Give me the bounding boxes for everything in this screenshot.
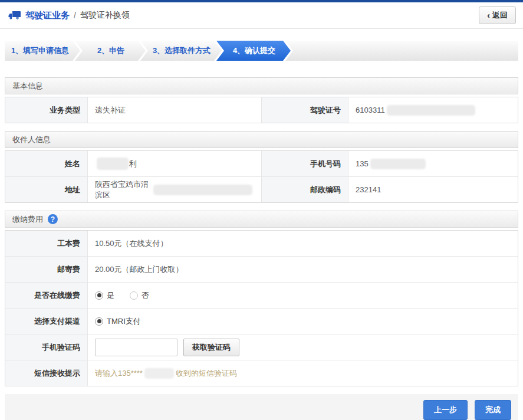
recipient-info-table: 姓名 利 手机号码 135 地址 陕西省宝鸡市渭滨区 [5,150,518,203]
table-row: 手机验证码 获取验证码 [5,334,518,360]
online-pay-no-label[interactable]: 否 [142,290,149,301]
basic-info-table: 业务类型 遗失补证 驾驶证号 6103311 [5,97,518,123]
production-cost-value: 10.50元（在线支付） [88,231,518,256]
truck-icon [8,11,21,20]
table-row: 是否在线缴费 是 否 [5,283,518,309]
step-bar-filler [285,41,518,61]
address-value: 陕西省宝鸡市渭滨区 [88,177,261,202]
section-recipient-info-header: 收件人信息 [5,131,518,148]
table-row: 短信接收提示 请输入135**** 收到的短信验证码 [5,360,518,386]
table-row: 工本费 10.50元（在线支付） [5,231,518,257]
help-icon[interactable]: ? [48,214,58,224]
back-button[interactable]: ‹ 返回 [479,6,516,24]
fees-table: 工本费 10.50元（在线支付） 邮寄费 20.00元（邮政上门收取） 是否在线… [5,230,518,386]
table-row: 业务类型 遗失补证 驾驶证号 6103311 [5,97,518,123]
license-number-label: 驾驶证号 [261,97,348,123]
section-fees: 缴纳费用 ? 工本费 10.50元（在线支付） 邮寄费 20.00元（邮政上门收… [5,211,518,386]
postage-fee-value: 20.00元（邮政上门收取） [88,257,518,282]
table-row: 邮寄费 20.00元（邮政上门收取） [5,257,518,283]
online-pay-options: 是 否 [88,283,518,308]
name-visible: 利 [129,159,137,169]
tab-step-1[interactable]: 1、填写申请信息 [5,41,80,61]
payment-channel-options: TMRI支付 [88,309,518,334]
tab-step-3[interactable]: 3、选择取件方式 [140,41,222,61]
table-row: 姓名 利 手机号码 135 [5,151,518,177]
tab-step-3-label: 3、选择取件方式 [153,45,210,56]
zip-code-label: 邮政编码 [261,177,348,202]
breadcrumb-current: 驾驶证补换领 [80,10,130,21]
section-recipient-info-title: 收件人信息 [12,134,51,145]
table-row: 选择支付渠道 TMRI支付 [5,309,518,334]
postage-fee-label: 邮寄费 [5,257,88,282]
get-code-button[interactable]: 获取验证码 [183,339,239,356]
footer-bar: 上一步 完成 [5,394,518,420]
finish-button[interactable]: 完成 [475,400,511,420]
business-type-value: 遗失补证 [88,97,261,123]
sms-code-label: 手机验证码 [5,334,88,360]
payment-channel-label: 选择支付渠道 [5,309,88,334]
section-basic-info-title: 基本信息 [12,81,43,91]
tmri-pay-radio[interactable] [95,317,103,326]
sms-code-controls: 获取验证码 [88,334,518,360]
sms-hint-value: 请输入135**** 收到的短信验证码 [88,360,518,386]
license-number-value: 6103311 [348,97,518,123]
phone-visible: 135 [356,159,369,168]
section-fees-header: 缴纳费用 ? [5,211,518,228]
phone-value: 135 [348,151,518,176]
address-label: 地址 [5,177,88,202]
tab-step-1-label: 1、填写申请信息 [11,45,69,56]
sms-hint-suffix: 收到的短信验证码 [176,368,237,379]
online-pay-question-label: 是否在线缴费 [5,283,88,308]
sms-hint-redaction [144,368,174,379]
step-tabs: 1、填写申请信息 2、申告 3、选择取件方式 4、确认提交 [5,41,518,61]
section-basic-info-header: 基本信息 [5,77,518,94]
sms-hint-label: 短信接收提示 [5,360,88,386]
name-label: 姓名 [5,151,88,176]
tab-step-2[interactable]: 2、申告 [75,41,146,61]
header: 驾驶证业务 / 驾驶证补换领 ‹ 返回 [0,2,523,29]
address-redaction [153,185,252,195]
phone-redaction [370,159,426,169]
page: 驾驶证业务 / 驾驶证补换领 ‹ 返回 1、填写申请信息 2、申告 3、选择取件… [0,0,523,420]
zip-code-value: 232141 [348,177,518,202]
back-chevron-icon: ‹ [487,11,490,19]
license-number-redaction [387,105,475,116]
sms-code-input[interactable] [95,339,177,356]
tab-step-4-active[interactable]: 4、确认提交 [216,41,291,61]
breadcrumb-separator: / [74,11,76,20]
sms-hint-prefix: 请输入135**** [95,368,143,379]
form-content: 基本信息 业务类型 遗失补证 驾驶证号 6103311 收件人信息 [5,77,518,386]
prev-step-button[interactable]: 上一步 [423,400,468,420]
name-redaction [97,158,129,170]
business-type-label: 业务类型 [5,97,88,123]
phone-label: 手机号码 [261,151,348,176]
license-number-visible: 6103311 [356,106,385,114]
online-pay-yes-label[interactable]: 是 [107,290,114,301]
section-recipient-info: 收件人信息 姓名 利 手机号码 135 地址 [5,131,518,203]
back-button-label: 返回 [492,10,508,21]
breadcrumb: 驾驶证业务 / 驾驶证补换领 [8,10,130,21]
section-fees-title: 缴纳费用 [12,214,43,225]
section-basic-info: 基本信息 业务类型 遗失补证 驾驶证号 6103311 [5,77,518,123]
online-pay-yes-radio[interactable] [95,291,103,300]
table-row: 地址 陕西省宝鸡市渭滨区 邮政编码 232141 [5,177,518,202]
production-cost-label: 工本费 [5,231,88,256]
tmri-pay-label[interactable]: TMRI支付 [107,316,141,327]
tab-step-4-label: 4、确认提交 [233,45,275,56]
online-pay-no-radio[interactable] [130,291,138,300]
breadcrumb-title[interactable]: 驾驶证业务 [25,10,70,21]
address-visible: 陕西省宝鸡市渭滨区 [95,179,152,201]
name-value: 利 [88,151,261,176]
tab-step-2-label: 2、申告 [97,45,124,56]
